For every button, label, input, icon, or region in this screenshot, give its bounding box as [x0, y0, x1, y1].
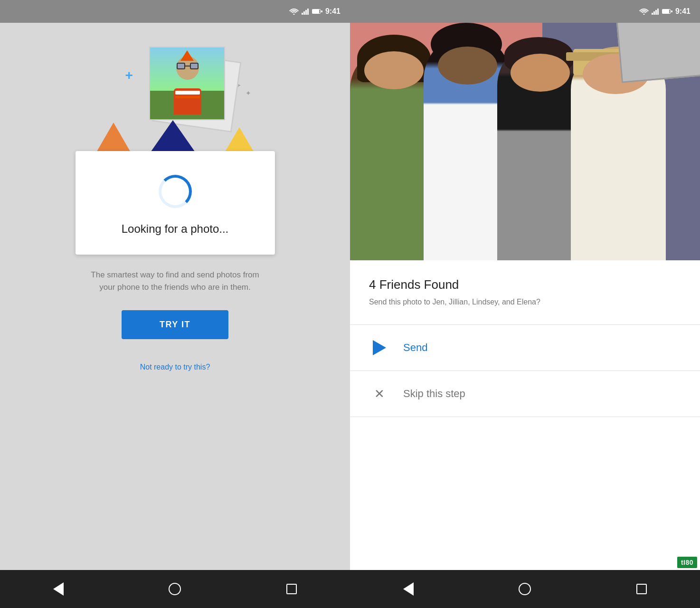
- status-bar-right: 9:41: [350, 0, 700, 23]
- skip-label: Skip this step: [403, 388, 465, 400]
- svg-rect-12: [655, 10, 657, 15]
- recent-button-left[interactable]: [280, 577, 303, 601]
- group-photo-area: [350, 23, 700, 260]
- svg-rect-2: [303, 11, 305, 15]
- bg-photo-right: [616, 23, 700, 83]
- svg-rect-4: [307, 9, 309, 15]
- phone-left: 9:41: [0, 0, 350, 608]
- left-content: + ✦ ✦ L: [0, 23, 350, 570]
- back-icon-right: [403, 582, 414, 596]
- svg-rect-10: [652, 13, 653, 15]
- svg-point-0: [293, 14, 294, 15]
- loading-text: Looking for a photo...: [122, 222, 229, 236]
- battery-icon: [312, 9, 322, 14]
- photo-stack: + ✦ ✦: [76, 37, 275, 170]
- send-label: Send: [403, 342, 427, 354]
- skip-action-row[interactable]: ✕ Skip this step: [369, 371, 681, 417]
- back-button-left[interactable]: [47, 577, 70, 601]
- svg-rect-16: [662, 10, 669, 13]
- send-action-row[interactable]: Send: [369, 325, 681, 370]
- illustration: + ✦ ✦: [76, 37, 275, 170]
- character-card: [149, 47, 225, 120]
- nav-bar-right: [350, 570, 700, 608]
- app-subtitle: The smartest way to find and send photos…: [85, 269, 265, 293]
- signal-icon: [302, 8, 309, 15]
- battery-icon-right: [662, 9, 672, 14]
- send-icon: [369, 337, 390, 358]
- right-content: 4 Friends Found Send this photo to Jen, …: [350, 23, 700, 570]
- watermark: tI80: [677, 557, 697, 568]
- svg-point-9: [643, 14, 644, 15]
- close-icon: ✕: [369, 383, 390, 404]
- wifi-icon: [289, 8, 299, 15]
- svg-rect-1: [302, 13, 303, 15]
- status-icons-right: 9:41: [639, 7, 691, 16]
- svg-rect-3: [305, 10, 307, 15]
- friends-found-subtitle: Send this photo to Jen, Jillian, Lindsey…: [369, 297, 681, 307]
- svg-rect-13: [657, 9, 659, 15]
- svg-rect-7: [312, 10, 319, 13]
- wifi-icon-right: [639, 8, 649, 15]
- recent-icon-right: [636, 584, 647, 594]
- home-button-left[interactable]: [163, 577, 187, 601]
- bottom-card: 4 Friends Found Send this photo to Jen, …: [350, 260, 700, 570]
- home-icon-right: [519, 583, 531, 595]
- loading-spinner: [159, 175, 192, 208]
- send-triangle-icon: [373, 340, 386, 355]
- svg-rect-8: [321, 10, 322, 12]
- svg-rect-11: [653, 11, 655, 15]
- divider-3: [350, 417, 700, 417]
- time-left: 9:41: [325, 7, 341, 16]
- signal-icon-right: [652, 8, 659, 15]
- status-bar-left: 9:41: [0, 0, 350, 23]
- plus-sign: +: [125, 68, 133, 83]
- not-ready-link[interactable]: Not ready to try this?: [140, 363, 210, 371]
- status-icons-left: 9:41: [289, 7, 341, 16]
- time-right: 9:41: [675, 7, 691, 16]
- home-icon-left: [169, 583, 181, 595]
- svg-rect-17: [671, 10, 672, 12]
- back-icon-left: [53, 582, 64, 596]
- sparkle-2: ✦: [246, 89, 251, 97]
- phone-right: 9:41: [350, 0, 700, 608]
- friends-found-title: 4 Friends Found: [369, 277, 681, 292]
- loading-card: Looking for a photo...: [76, 151, 275, 255]
- nav-bar-left: [0, 570, 350, 608]
- back-button-right[interactable]: [397, 577, 420, 601]
- try-it-button[interactable]: TRY IT: [122, 310, 228, 339]
- recent-icon-left: [286, 584, 297, 594]
- recent-button-right[interactable]: [630, 577, 653, 601]
- home-button-right[interactable]: [513, 577, 537, 601]
